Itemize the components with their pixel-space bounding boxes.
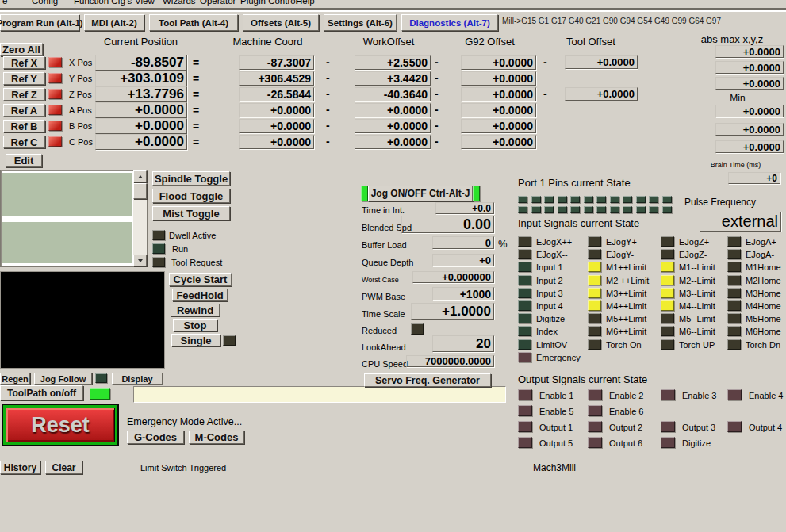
- dro-tool-z[interactable]: +0.0000: [565, 87, 638, 101]
- jog-onoff-button[interactable]: Jog ON/OFF Ctrl-Alt-J: [361, 186, 480, 201]
- ref-b-button[interactable]: Ref B: [3, 120, 45, 132]
- edit-button[interactable]: Edit: [6, 154, 42, 167]
- display-button[interactable]: Display: [112, 373, 163, 385]
- tab-tool-path[interactable]: Tool Path (Alt-4): [149, 14, 238, 31]
- menu-item-function-cfgs[interactable]: Function Cfg's: [74, 0, 132, 6]
- menu-item-view[interactable]: View: [135, 0, 155, 6]
- menu-item-help[interactable]: Help: [296, 0, 315, 6]
- m-codes-button[interactable]: M-Codes: [189, 431, 244, 444]
- zero-all-button[interactable]: Zero All: [0, 43, 43, 56]
- tab-offsets[interactable]: Offsets (Alt-5): [243, 14, 319, 31]
- dro-abs-min-z[interactable]: +0.0000: [715, 140, 784, 153]
- ref-y-button[interactable]: Ref Y: [3, 72, 45, 85]
- dro-work-z[interactable]: -40.3640: [355, 87, 431, 101]
- tab-settings[interactable]: Settings (Alt-6): [324, 14, 397, 31]
- dro-g92-b[interactable]: +0.0000: [461, 119, 536, 133]
- dro-machine-x[interactable]: -87.3007: [239, 55, 314, 70]
- cycle-start-button[interactable]: Cycle Start: [169, 273, 232, 286]
- rewind-button[interactable]: Rewind: [171, 304, 220, 316]
- spindle-toggle-button[interactable]: Spindle Toggle: [152, 171, 230, 186]
- dro-time-scale[interactable]: +1.0000: [411, 303, 494, 320]
- dro-machine-a[interactable]: +0.0000: [239, 103, 314, 117]
- dro-g92-x[interactable]: +0.0000: [461, 55, 536, 70]
- dro-buffer-load[interactable]: 0: [432, 236, 494, 249]
- dro-g92-y[interactable]: +0.0000: [461, 71, 536, 86]
- reset-button[interactable]: Reset: [2, 404, 119, 446]
- stop-button[interactable]: Stop: [173, 319, 217, 331]
- menu-item-config[interactable]: Config: [32, 0, 58, 6]
- mist-toggle-button[interactable]: Mist Toggle: [152, 206, 230, 220]
- tab-diagnostics[interactable]: Diagnostics (Alt-7): [401, 14, 498, 31]
- dro-work-c[interactable]: +0.0000: [355, 135, 431, 149]
- list-item[interactable]: [2, 173, 132, 216]
- scroll-up-button[interactable]: [133, 170, 147, 182]
- dro-machine-z[interactable]: -26.5844: [239, 87, 314, 101]
- dro-current-b[interactable]: +0.0000: [95, 118, 187, 134]
- single-button[interactable]: Single: [171, 334, 220, 346]
- g-codes-button[interactable]: G-Codes: [127, 431, 184, 444]
- dro-work-a[interactable]: +0.0000: [355, 103, 431, 117]
- scroll-thumb[interactable]: [133, 183, 147, 199]
- regen-button[interactable]: Regen: [0, 373, 30, 385]
- dro-queue-depth[interactable]: +0: [432, 254, 494, 266]
- feedhold-button[interactable]: FeedHold: [172, 289, 228, 301]
- dro-abs-min-x[interactable]: +0.0000: [715, 105, 784, 117]
- toolpath-display[interactable]: [0, 271, 165, 369]
- menu-item-wizards[interactable]: Wizards: [163, 0, 196, 6]
- dro-machine-b[interactable]: +0.0000: [239, 119, 314, 133]
- tab-program-run[interactable]: Program Run (Alt-1): [0, 14, 79, 31]
- status-listbox[interactable]: [0, 170, 148, 267]
- dro-abs-min-y[interactable]: +0.0000: [715, 123, 784, 136]
- dro-abs-max-x[interactable]: +0.0000: [715, 45, 784, 58]
- dro-current-a[interactable]: +0.0000: [95, 102, 187, 118]
- input-led-Input 1: [518, 262, 531, 272]
- dro-time-in-int[interactable]: +0.0: [435, 202, 494, 214]
- dro-lookahead[interactable]: 20: [432, 335, 494, 352]
- equals-sign: =: [193, 56, 199, 69]
- tab-mdi[interactable]: MDI (Alt-2): [84, 14, 144, 31]
- ref-z-button[interactable]: Ref Z: [3, 88, 45, 101]
- dro-cpu-speed[interactable]: 7000000.0000: [406, 355, 494, 367]
- menu-item-file[interactable]: e: [2, 0, 7, 6]
- dro-g92-a[interactable]: +0.0000: [461, 103, 536, 117]
- dro-current-x[interactable]: -89.8507: [95, 55, 187, 71]
- gcode-line-field[interactable]: [133, 386, 506, 403]
- history-button[interactable]: History: [0, 461, 40, 474]
- jog-follow-button[interactable]: Jog Follow: [34, 373, 92, 385]
- toolpath-onoff-button[interactable]: ToolPath on/off: [0, 385, 83, 400]
- input-signal-label: Digitize: [536, 314, 565, 323]
- menu-item-plugin-control[interactable]: Plugin Control: [240, 0, 297, 6]
- dro-machine-c[interactable]: +0.0000: [239, 135, 314, 149]
- dro-work-b[interactable]: +0.0000: [355, 119, 431, 133]
- dro-pwm-base[interactable]: +1000: [432, 287, 494, 300]
- menu-bar: e Config Function Cfg's View Wizards Ope…: [0, 0, 786, 8]
- dro-tool-x[interactable]: +0.0000: [565, 55, 638, 69]
- scrollbar[interactable]: [133, 170, 147, 266]
- menu-item-operator[interactable]: Operator: [200, 0, 236, 6]
- dro-worst-case[interactable]: +0.000000: [412, 271, 494, 283]
- dro-blended-spd[interactable]: 0.00: [401, 216, 494, 233]
- dro-current-c[interactable]: +0.0000: [95, 134, 187, 150]
- mach3-diagnostics-screen: e Config Function Cfg's View Wizards Ope…: [0, 0, 786, 532]
- jog-onoff-label[interactable]: Jog ON/OFF Ctrl-Alt-J: [368, 186, 474, 201]
- dro-g92-c[interactable]: +0.0000: [461, 135, 536, 149]
- clear-button[interactable]: Clear: [45, 461, 82, 474]
- dro-current-y[interactable]: +303.0109: [95, 71, 187, 86]
- dro-work-x[interactable]: +2.5500: [355, 55, 431, 70]
- dro-machine-y[interactable]: +306.4529: [239, 71, 314, 86]
- dro-current-z[interactable]: +13.7796: [95, 86, 187, 102]
- dro-abs-max-y[interactable]: +0.0000: [715, 61, 784, 74]
- output-signal-label: Output 2: [609, 423, 642, 432]
- dro-abs-max-z[interactable]: +0.0000: [715, 77, 784, 90]
- list-item[interactable]: [2, 222, 132, 263]
- ref-a-button[interactable]: Ref A: [3, 104, 45, 117]
- dro-pulse-frequency[interactable]: external: [700, 212, 781, 232]
- servo-freq-generator-button[interactable]: Servo Freq. Generator: [364, 373, 491, 387]
- dro-brain-time[interactable]: +0: [728, 172, 780, 184]
- ref-x-button[interactable]: Ref X: [3, 56, 45, 69]
- dro-work-y[interactable]: +3.4420: [355, 71, 431, 86]
- ref-c-button[interactable]: Ref C: [3, 136, 45, 148]
- scroll-down-button[interactable]: [133, 255, 147, 266]
- flood-toggle-button[interactable]: Flood Toggle: [152, 189, 230, 203]
- dro-g92-z[interactable]: +0.0000: [461, 87, 536, 101]
